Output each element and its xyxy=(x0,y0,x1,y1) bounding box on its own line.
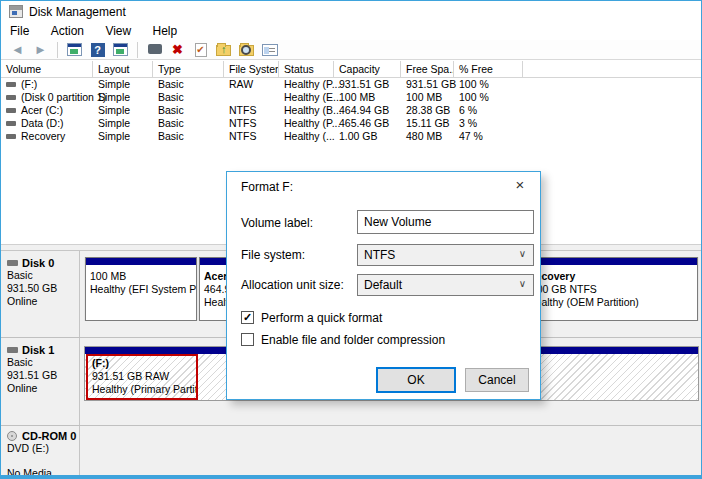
column-header-layout[interactable]: Layout xyxy=(93,61,153,77)
column-header-free-space[interactable]: Free Spa... xyxy=(401,61,454,77)
disk1-type: Basic xyxy=(7,356,79,369)
cell-layout: Simple xyxy=(93,104,153,117)
forward-button[interactable]: ► xyxy=(32,42,49,58)
volume-icon xyxy=(6,108,16,113)
red-x-icon: ✖ xyxy=(172,42,183,57)
cell-status: Healthy (... xyxy=(279,130,334,143)
chevron-down-icon: ∨ xyxy=(519,248,526,259)
disk-drive-icon xyxy=(7,260,18,266)
menu-view[interactable]: View xyxy=(96,23,140,39)
cell-file-system: NTFS xyxy=(224,104,279,117)
cdrom-label-panel[interactable]: CD-ROM 0 DVD (E:) No Media xyxy=(1,426,80,476)
cell-free-space: 931.51 GB xyxy=(401,78,454,91)
cell-status: Healthy (E... xyxy=(279,91,334,104)
column-header-capacity[interactable]: Capacity xyxy=(334,61,401,77)
toolbar-separator xyxy=(57,42,58,58)
help-button[interactable]: ? xyxy=(89,42,106,58)
folder-up-arrow-icon xyxy=(216,45,231,56)
cell-status: Healthy (B... xyxy=(279,104,334,117)
properties-icon xyxy=(262,44,278,56)
column-header-file-system[interactable]: File System xyxy=(224,61,279,77)
cell-status: Healthy (P... xyxy=(279,117,334,130)
table-row[interactable]: Recovery Simple Basic NTFS Healthy (... … xyxy=(1,130,701,143)
cell-free-space: 15.11 GB xyxy=(401,117,454,130)
partition-color-bar xyxy=(524,258,697,265)
table-row[interactable]: (Disk 0 partition 1) Simple Basic Health… xyxy=(1,91,701,104)
window-title: Disk Management xyxy=(29,5,126,19)
disk1-label-panel[interactable]: Disk 1 Basic 931.51 GB Online xyxy=(1,338,80,425)
cell-file-system: NTFS xyxy=(224,130,279,143)
partition-size: 931.51 GB RAW xyxy=(92,370,194,383)
partition-block-efi[interactable]: 100 MB Healthy (EFI System Partiti xyxy=(85,257,197,321)
disk0-type: Basic xyxy=(7,269,79,282)
cell-type: Basic xyxy=(153,117,224,130)
partition-block-f-selected[interactable]: (F:) 931.51 GB RAW Healthy (Primary Part… xyxy=(86,354,198,400)
compression-label: Enable file and folder compression xyxy=(261,333,445,347)
partition-status: Healthy (Primary Partition) xyxy=(92,383,194,396)
console-window-button[interactable] xyxy=(66,42,83,58)
cell-free-space: 28.38 GB xyxy=(401,104,454,117)
popup-icon xyxy=(148,44,162,54)
disk0-status: Online xyxy=(7,295,79,308)
cdrom-graphic xyxy=(81,426,701,476)
cell-volume: Acer (C:) xyxy=(21,104,63,116)
properties-button[interactable] xyxy=(261,42,278,58)
disk-drive-icon xyxy=(7,347,18,353)
back-button[interactable]: ◄ xyxy=(9,42,26,58)
cell-capacity: 931.51 GB xyxy=(334,78,401,91)
partition-block-recovery[interactable]: Recovery 1.00 GB NTFS Healthy (OEM Parti… xyxy=(523,257,698,321)
column-header-pct-free[interactable]: % Free xyxy=(454,61,523,77)
cell-type: Basic xyxy=(153,91,224,104)
cell-pct-free: 47 % xyxy=(454,130,523,143)
table-row[interactable]: (F:) Simple Basic RAW Healthy (P... 931.… xyxy=(1,78,701,91)
file-system-value: NTFS xyxy=(364,248,395,262)
volume-icon xyxy=(6,82,16,87)
volume-label-input[interactable]: New Volume xyxy=(357,210,534,234)
volume-list-header: Volume Layout Type File System Status Ca… xyxy=(1,61,701,78)
delete-volume-button[interactable]: ✖ xyxy=(169,42,186,58)
table-row[interactable]: Acer (C:) Simple Basic NTFS Healthy (B..… xyxy=(1,104,701,117)
quick-format-checkbox[interactable]: ✓ xyxy=(241,311,254,324)
console-tree-button[interactable] xyxy=(112,42,129,58)
partition-status: Healthy (OEM Partition) xyxy=(528,296,695,309)
disk-management-window: Disk Management File Action View Help ◄ … xyxy=(0,0,702,479)
volume-icon xyxy=(6,121,16,126)
cell-capacity: 100 MB xyxy=(334,91,401,104)
column-header-type[interactable]: Type xyxy=(153,61,224,77)
allocation-value: Default xyxy=(364,278,402,292)
cdrom-row: CD-ROM 0 DVD (E:) No Media xyxy=(1,426,701,476)
cell-pct-free: 6 % xyxy=(454,104,523,117)
cell-capacity: 464.94 GB xyxy=(334,104,401,117)
cell-file-system xyxy=(224,91,279,104)
partition-name: Recovery xyxy=(528,270,695,283)
popup-action-button[interactable] xyxy=(146,42,163,58)
check-document-button[interactable]: ✔ xyxy=(192,42,209,58)
disk0-label-panel[interactable]: Disk 0 Basic 931.50 GB Online xyxy=(1,251,80,337)
extend-volume-button[interactable] xyxy=(215,42,232,58)
menu-file[interactable]: File xyxy=(1,23,38,39)
allocation-select[interactable]: Default ∨ xyxy=(357,274,534,296)
close-icon[interactable]: × xyxy=(510,176,530,193)
volume-icon xyxy=(6,95,16,100)
menu-action[interactable]: Action xyxy=(42,23,93,39)
allocation-label: Allocation unit size: xyxy=(241,278,344,292)
cell-file-system: NTFS xyxy=(224,117,279,130)
column-header-volume[interactable]: Volume xyxy=(1,61,93,77)
explore-button[interactable] xyxy=(238,42,255,58)
menu-help[interactable]: Help xyxy=(144,23,187,39)
help-icon: ? xyxy=(91,43,105,57)
table-row[interactable]: Data (D:) Simple Basic NTFS Healthy (P..… xyxy=(1,117,701,130)
disk1-size: 931.51 GB xyxy=(7,369,79,382)
dialog-title: Format F: xyxy=(241,180,293,194)
menu-bar: File Action View Help xyxy=(1,23,701,40)
back-arrow-icon: ◄ xyxy=(11,42,24,58)
cancel-button[interactable]: Cancel xyxy=(465,368,529,392)
ok-button[interactable]: OK xyxy=(377,368,455,392)
chevron-down-icon: ∨ xyxy=(519,278,526,289)
column-header-status[interactable]: Status xyxy=(279,61,334,77)
cell-capacity: 465.46 GB xyxy=(334,117,401,130)
compression-checkbox[interactable] xyxy=(241,333,254,346)
column-header-filler xyxy=(523,61,701,77)
file-system-select[interactable]: NTFS ∨ xyxy=(357,244,534,266)
cell-volume: (Disk 0 partition 1) xyxy=(21,91,106,103)
